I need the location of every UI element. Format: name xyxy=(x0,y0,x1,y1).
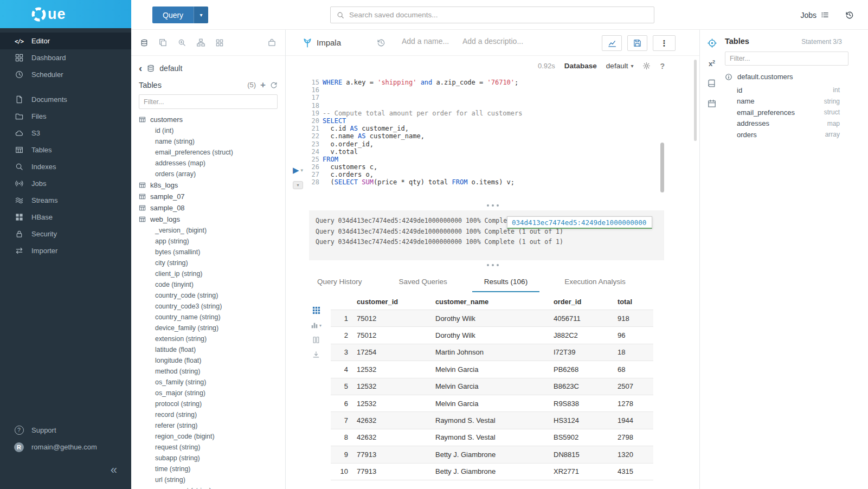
table-row[interactable]: 612532Melvin GarciaR9S8381278 xyxy=(331,395,653,412)
column-row-orders[interactable]: ordersarray xyxy=(725,129,860,140)
assist-column[interactable]: client_ip (string) xyxy=(139,268,285,279)
sidebar-item-dashboard[interactable]: Dashboard xyxy=(0,49,131,66)
add-table-icon[interactable]: + xyxy=(260,80,266,89)
sidebar-item-hbase[interactable]: HBase xyxy=(0,209,131,226)
functions-icon[interactable]: x2 xyxy=(709,59,715,68)
apps-source-icon[interactable] xyxy=(216,39,223,47)
sidebar-item-documents[interactable]: Documents xyxy=(0,91,131,108)
active-table-row[interactable]: default.customers xyxy=(725,73,860,81)
columns-view-icon[interactable] xyxy=(312,336,320,344)
assist-column[interactable]: record (string) xyxy=(139,409,285,420)
chart-view-toggle[interactable]: ▾ xyxy=(311,321,322,329)
assist-column[interactable]: request (string) xyxy=(139,442,285,453)
assist-column[interactable]: extension (string) xyxy=(139,333,285,344)
editor-settings-toggle[interactable]: ▾ xyxy=(293,181,303,189)
back-chevron-icon[interactable]: ‹ xyxy=(139,63,142,73)
column-row-email_preferences[interactable]: email_preferencesstruct xyxy=(725,107,860,118)
sidebar-item-indexes[interactable]: Indexes xyxy=(0,158,131,175)
save-button[interactable] xyxy=(627,35,647,51)
query-history-icon[interactable] xyxy=(845,11,854,20)
jobs-link[interactable]: Jobs xyxy=(800,11,829,20)
assist-table-sample_08[interactable]: sample_08 xyxy=(139,202,285,214)
sidebar-item-security[interactable]: Security xyxy=(0,226,131,242)
editor-history-icon[interactable] xyxy=(377,38,385,47)
sidebar-item-tables[interactable]: Tables xyxy=(0,141,131,158)
table-row[interactable]: 977913Betty J. GiambroneDN88151320 xyxy=(331,446,653,463)
search-input[interactable] xyxy=(349,11,648,19)
assist-column[interactable]: app (string) xyxy=(139,236,285,247)
assist-table-web_logs[interactable]: web_logs xyxy=(139,214,285,225)
sidebar-item-scheduler[interactable]: Scheduler xyxy=(0,66,131,83)
sidebar-item-s3[interactable]: S3 xyxy=(0,125,131,141)
table-row[interactable]: 412532Melvin GarciaPB626868 xyxy=(331,361,653,378)
query-dropdown-caret-icon[interactable]: ▾ xyxy=(194,7,208,23)
query-name-input[interactable] xyxy=(402,37,456,46)
assist-column[interactable]: method (string) xyxy=(139,366,285,377)
table-row[interactable]: 842632Raymond S. VestalBS59022798 xyxy=(331,429,653,446)
table-row[interactable]: 175012Dorothy Wilk4056711918 xyxy=(331,310,653,327)
assist-column[interactable]: user_agent (string) xyxy=(139,485,285,489)
database-source-icon[interactable] xyxy=(140,39,148,47)
editor-assistant-icon[interactable] xyxy=(708,38,717,48)
table-row[interactable]: 275012Dorothy WilkJ882C296 xyxy=(331,327,653,344)
download-results-icon[interactable] xyxy=(312,351,320,358)
assist-column[interactable]: name (string) xyxy=(139,136,285,147)
assist-column[interactable]: bytes (smallint) xyxy=(139,247,285,258)
results-header-customer_name[interactable]: customer_name xyxy=(435,298,554,306)
column-row-addresses[interactable]: addressesmap xyxy=(725,118,860,130)
column-row-id[interactable]: idint xyxy=(725,85,860,96)
language-reference-icon[interactable] xyxy=(708,79,716,88)
assist-column[interactable]: region_code (bigint) xyxy=(139,431,285,442)
results-header-order_id[interactable]: order_id xyxy=(554,298,618,306)
assist-column[interactable]: code (tinyint) xyxy=(139,279,285,290)
more-actions-button[interactable]: ⋮ xyxy=(653,35,676,51)
sitemap-source-icon[interactable] xyxy=(197,38,205,47)
schedule-icon[interactable] xyxy=(708,99,716,108)
hue-logo[interactable]: ue xyxy=(0,0,131,28)
assist-column[interactable]: time (string) xyxy=(139,464,285,474)
search-source-icon[interactable] xyxy=(178,38,186,47)
query-description-input[interactable] xyxy=(462,37,528,46)
assist-column[interactable]: id (int) xyxy=(139,125,285,136)
right-filter-input[interactable] xyxy=(725,52,848,66)
documents-source-icon[interactable] xyxy=(159,38,167,47)
column-row-name[interactable]: namestring xyxy=(725,96,860,107)
help-question-icon[interactable]: ? xyxy=(660,62,665,70)
assist-column[interactable]: os_family (string) xyxy=(139,377,285,388)
assist-column[interactable]: city (string) xyxy=(139,258,285,268)
refresh-tables-icon[interactable] xyxy=(270,81,278,89)
table-row[interactable]: 1077913Betty J. GiambroneXR27714315 xyxy=(331,464,653,480)
tab-saved-queries[interactable]: Saved Queries xyxy=(387,278,459,292)
assist-column[interactable]: referer (string) xyxy=(139,420,285,431)
chart-button[interactable] xyxy=(602,35,622,51)
assist-column[interactable]: email_preferences (struct) xyxy=(139,147,285,158)
assist-table-sample_07[interactable]: sample_07 xyxy=(139,191,285,202)
table-row[interactable]: 742632Raymond S. VestalHS31241944 xyxy=(331,412,653,429)
collections-source-icon[interactable] xyxy=(268,38,276,47)
main-scrollbar[interactable] xyxy=(694,60,697,141)
collapse-sidebar-button[interactable]: « xyxy=(111,464,117,476)
assist-column[interactable]: device_family (string) xyxy=(139,323,285,333)
job-id-tooltip[interactable]: 034d413ec7474ed5:4249de1000000000 xyxy=(507,216,652,229)
assist-column[interactable]: country_code (string) xyxy=(139,290,285,301)
execute-query-button[interactable]: ▶ ▾ xyxy=(293,166,303,174)
table-row[interactable]: 512532Melvin GarciaB8623C2507 xyxy=(331,378,653,395)
sidebar-item-user[interactable]: R romain@gethue.com xyxy=(0,439,131,455)
tab-query-history[interactable]: Query History xyxy=(305,278,374,292)
tab-results-106-[interactable]: Results (106) xyxy=(472,278,539,292)
sidebar-item-editor[interactable]: </>Editor xyxy=(0,33,131,49)
tab-execution-analysis[interactable]: Execution Analysis xyxy=(552,278,638,292)
assist-column[interactable]: longitude (float) xyxy=(139,355,285,366)
sidebar-item-jobs[interactable]: Jobs xyxy=(0,175,131,192)
table-row[interactable]: 317254Martin JohnsonI72T3918 xyxy=(331,344,653,361)
assist-column[interactable]: subapp (string) xyxy=(139,453,285,464)
assist-column[interactable]: country_code3 (string) xyxy=(139,301,285,312)
assist-column[interactable]: country_name (string) xyxy=(139,312,285,323)
sidebar-item-support[interactable]: ? Support xyxy=(0,422,131,439)
database-name[interactable]: default xyxy=(159,64,182,73)
assist-table-customers[interactable]: customers xyxy=(139,114,285,125)
grid-view-icon[interactable] xyxy=(312,306,320,314)
editor-scrollbar[interactable] xyxy=(660,143,664,192)
new-query-button[interactable]: Query ▾ xyxy=(152,7,208,23)
pane-resize-handle-top[interactable] xyxy=(286,203,699,208)
